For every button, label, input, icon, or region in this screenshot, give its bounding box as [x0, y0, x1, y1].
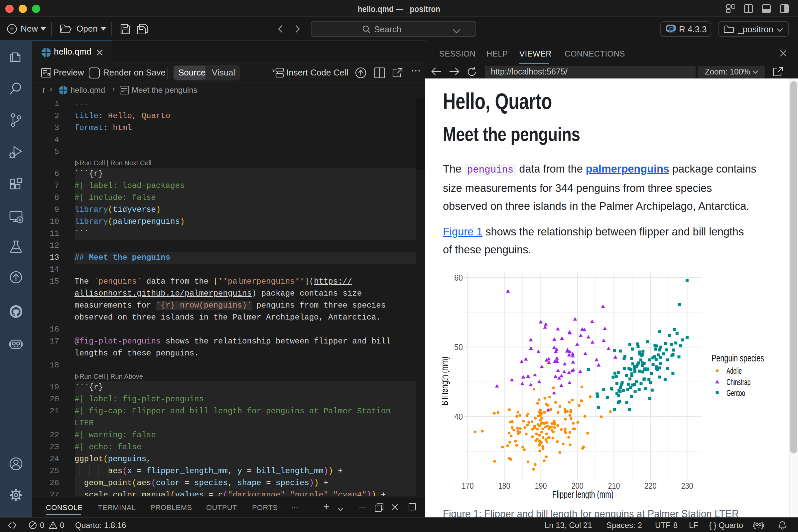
svg-text:170: 170	[462, 481, 474, 491]
svg-text:Chinstrap: Chinstrap	[726, 377, 750, 387]
svg-text:60: 60	[454, 273, 463, 283]
svg-text:50: 50	[454, 342, 463, 352]
svg-text:190: 190	[535, 481, 547, 491]
svg-text:R: R	[669, 25, 674, 33]
svg-text:Flipper length (mm): Flipper length (mm)	[552, 489, 613, 499]
svg-text:Penguin species: Penguin species	[711, 353, 764, 363]
svg-text:Bill length (mm): Bill length (mm)	[442, 357, 450, 406]
svg-text:220: 220	[645, 481, 657, 491]
svg-text:40: 40	[454, 412, 463, 422]
svg-text:230: 230	[681, 481, 693, 491]
svg-text:180: 180	[498, 481, 510, 491]
svg-text:Gentoo: Gentoo	[726, 388, 745, 398]
svg-text:Adelie: Adelie	[726, 366, 742, 376]
